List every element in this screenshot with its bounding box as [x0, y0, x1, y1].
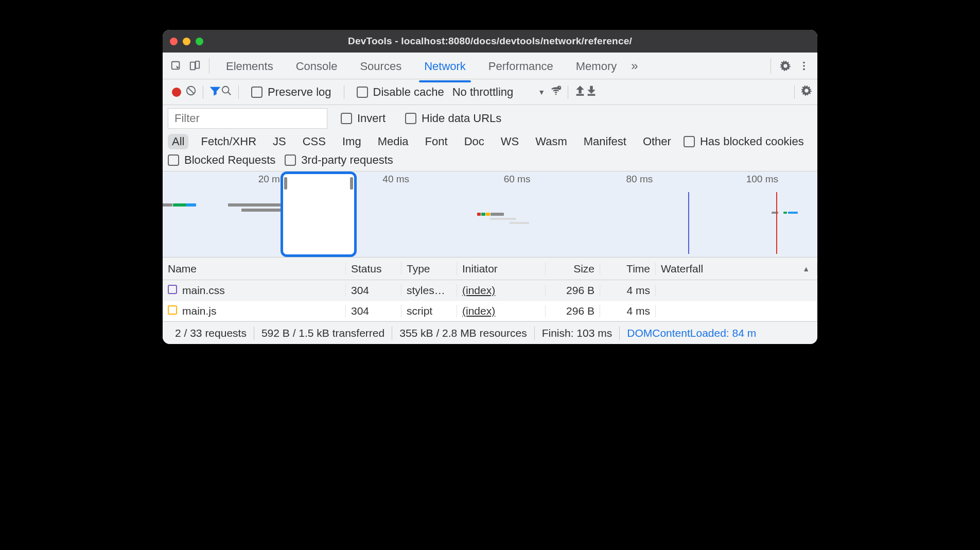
svg-line-7 — [188, 87, 195, 94]
tick-label: 60 ms — [504, 174, 531, 185]
type-filters: All Fetch/XHR JS CSS Img Media Font Doc … — [163, 132, 817, 153]
svg-point-5 — [803, 68, 805, 70]
tick-label: 80 ms — [626, 174, 653, 185]
css-file-icon — [168, 285, 177, 294]
network-conditions-icon[interactable] — [550, 85, 562, 99]
panel-tabs: Elements Console Sources Network Perform… — [163, 53, 817, 79]
col-type[interactable]: Type — [401, 263, 457, 275]
domcontentloaded-marker-icon — [688, 192, 689, 254]
preserve-log-checkbox[interactable]: Preserve log — [251, 85, 331, 99]
upload-har-icon[interactable] — [574, 85, 586, 99]
titlebar: DevTools - localhost:8080/docs/devtools/… — [163, 30, 817, 53]
col-status[interactable]: Status — [346, 263, 401, 275]
status-domcontentloaded: DOMContentLoaded: 84 m — [620, 327, 763, 339]
table-row[interactable]: main.js 304 script (index) 296 B 4 ms — [163, 301, 817, 321]
devtools-window: DevTools - localhost:8080/docs/devtools/… — [163, 30, 817, 344]
window-controls — [170, 38, 203, 45]
filter-icon[interactable] — [209, 85, 221, 99]
tab-performance[interactable]: Performance — [484, 55, 557, 77]
initiator-link[interactable]: (index) — [462, 284, 495, 296]
svg-line-9 — [228, 92, 231, 95]
filter-input[interactable] — [168, 108, 327, 129]
more-menu-icon[interactable] — [795, 57, 813, 75]
third-party-checkbox[interactable]: 3rd-party requests — [285, 153, 393, 167]
tab-network[interactable]: Network — [420, 55, 470, 77]
download-har-icon[interactable] — [586, 85, 597, 99]
tab-elements[interactable]: Elements — [222, 55, 277, 77]
svg-rect-1 — [190, 62, 195, 70]
network-settings-icon[interactable] — [801, 85, 812, 99]
type-media[interactable]: Media — [374, 134, 413, 149]
device-toolbar-icon[interactable] — [185, 57, 204, 75]
status-resources: 355 kB / 2.8 MB resources — [392, 327, 534, 339]
table-header: Name Status Type Initiator Size Time Wat… — [163, 257, 817, 280]
settings-icon[interactable] — [776, 57, 795, 75]
type-img[interactable]: Img — [338, 134, 365, 149]
col-name[interactable]: Name — [163, 263, 346, 275]
type-css[interactable]: CSS — [299, 134, 330, 149]
tab-sources[interactable]: Sources — [356, 55, 406, 77]
hide-data-urls-checkbox[interactable]: Hide data URLs — [405, 112, 501, 125]
sort-indicator-icon: ▲ — [802, 265, 810, 273]
svg-point-4 — [803, 65, 805, 67]
overview-selection[interactable] — [281, 171, 357, 257]
invert-checkbox[interactable]: Invert — [341, 112, 386, 125]
tick-label: 40 ms — [382, 174, 409, 185]
type-other[interactable]: Other — [639, 134, 675, 149]
close-window-icon[interactable] — [170, 38, 178, 45]
disable-cache-checkbox[interactable]: Disable cache — [357, 85, 444, 99]
search-icon[interactable] — [221, 85, 232, 99]
type-doc[interactable]: Doc — [460, 134, 488, 149]
col-time[interactable]: Time — [600, 263, 656, 275]
tick-label: 100 ms — [746, 174, 778, 185]
status-transferred: 592 B / 1.5 kB transferred — [254, 327, 392, 339]
js-file-icon — [168, 305, 177, 315]
throttling-dropdown[interactable]: No throttling▼ — [450, 85, 550, 99]
type-ws[interactable]: WS — [497, 134, 523, 149]
tab-console[interactable]: Console — [292, 55, 342, 77]
load-event-marker-icon — [776, 192, 777, 254]
type-fetch-xhr[interactable]: Fetch/XHR — [197, 134, 260, 149]
blocked-requests-checkbox[interactable]: Blocked Requests — [168, 153, 275, 167]
tab-memory[interactable]: Memory — [572, 55, 621, 77]
status-finish: Finish: 103 ms — [535, 327, 620, 339]
type-font[interactable]: Font — [421, 134, 452, 149]
minimize-window-icon[interactable] — [183, 38, 190, 45]
has-blocked-cookies-checkbox[interactable]: Has blocked cookies — [684, 135, 804, 148]
maximize-window-icon[interactable] — [196, 38, 203, 45]
request-table: Name Status Type Initiator Size Time Wat… — [163, 257, 817, 321]
initiator-link[interactable]: (index) — [462, 305, 495, 317]
selection-handle-right[interactable] — [350, 177, 353, 190]
extra-filters-row: Blocked Requests 3rd-party requests — [163, 153, 817, 171]
inspect-element-icon[interactable] — [167, 57, 185, 75]
more-tabs-icon[interactable]: » — [628, 59, 641, 73]
type-all[interactable]: All — [168, 134, 188, 149]
svg-point-8 — [222, 86, 229, 93]
svg-rect-2 — [196, 61, 199, 68]
clear-icon[interactable] — [185, 85, 197, 99]
col-waterfall[interactable]: Waterfall▲ — [656, 263, 817, 275]
overview-timeline[interactable]: 20 ms 40 ms 60 ms 80 ms 100 ms — [163, 171, 817, 257]
status-requests: 2 / 33 requests — [168, 327, 254, 339]
type-manifest[interactable]: Manifest — [580, 134, 631, 149]
type-wasm[interactable]: Wasm — [531, 134, 571, 149]
svg-rect-0 — [172, 61, 180, 69]
record-button-icon[interactable] — [172, 88, 181, 97]
network-toolbar: Preserve log Disable cache No throttling… — [163, 79, 817, 105]
table-row[interactable]: main.css 304 styles… (index) 296 B 4 ms — [163, 280, 817, 301]
selection-handle-left[interactable] — [284, 177, 287, 190]
col-initiator[interactable]: Initiator — [457, 263, 546, 275]
svg-point-3 — [803, 61, 805, 63]
col-size[interactable]: Size — [546, 263, 600, 275]
filter-row: Invert Hide data URLs — [163, 105, 817, 132]
svg-point-10 — [555, 94, 557, 95]
window-title: DevTools - localhost:8080/docs/devtools/… — [163, 36, 817, 47]
type-js[interactable]: JS — [269, 134, 290, 149]
status-bar: 2 / 33 requests 592 B / 1.5 kB transferr… — [163, 321, 817, 344]
